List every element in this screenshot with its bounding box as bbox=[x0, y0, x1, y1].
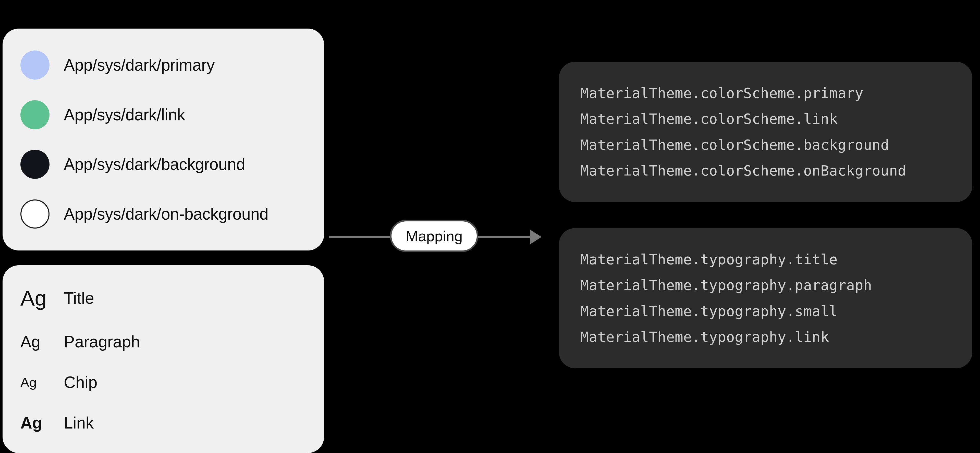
code-card-typography: MaterialTheme.typography.title MaterialT… bbox=[559, 228, 972, 368]
typo-label: Link bbox=[64, 413, 94, 432]
type-sample-title: Ag bbox=[21, 286, 49, 311]
color-token-row-primary: App/sys/dark/primary bbox=[21, 51, 306, 79]
code-line: MaterialTheme.typography.link bbox=[580, 329, 951, 345]
code-line: MaterialTheme.colorScheme.background bbox=[580, 137, 951, 153]
color-token-row-on-background: App/sys/dark/on-background bbox=[21, 199, 306, 229]
typo-row-title: Ag Title bbox=[21, 286, 306, 311]
mapping-arrow: Mapping bbox=[329, 214, 546, 257]
color-token-label: App/sys/dark/on-background bbox=[64, 205, 269, 223]
color-token-label: App/sys/dark/primary bbox=[64, 56, 215, 75]
mapping-label: Mapping bbox=[406, 227, 463, 245]
typo-label: Chip bbox=[64, 373, 97, 392]
code-line: MaterialTheme.typography.paragraph bbox=[580, 277, 951, 293]
color-token-label: App/sys/dark/link bbox=[64, 105, 185, 124]
arrow-shaft-left bbox=[329, 236, 390, 238]
color-tokens-card: App/sys/dark/primary App/sys/dark/link A… bbox=[3, 29, 324, 251]
arrow-head-icon bbox=[530, 230, 542, 244]
typography-tokens-card: Ag Title Ag Paragraph Ag Chip Ag Link bbox=[3, 265, 324, 453]
code-line: MaterialTheme.typography.title bbox=[580, 251, 951, 267]
code-line: MaterialTheme.colorScheme.onBackground bbox=[580, 162, 951, 179]
typo-row-link: Ag Link bbox=[21, 413, 306, 432]
swatch-background bbox=[21, 150, 49, 179]
typo-label: Paragraph bbox=[64, 332, 140, 351]
typo-label: Title bbox=[64, 289, 94, 308]
code-line: MaterialTheme.typography.small bbox=[580, 303, 951, 319]
color-token-row-link: App/sys/dark/link bbox=[21, 100, 306, 129]
color-token-label: App/sys/dark/background bbox=[64, 155, 245, 174]
arrow-shaft-right bbox=[478, 236, 532, 238]
code-card-color-scheme: MaterialTheme.colorScheme.primary Materi… bbox=[559, 62, 972, 202]
swatch-link bbox=[21, 100, 49, 129]
type-sample-chip: Ag bbox=[21, 375, 49, 390]
code-line: MaterialTheme.colorScheme.link bbox=[580, 111, 951, 127]
swatch-primary bbox=[21, 51, 49, 79]
diagram-canvas: App/sys/dark/primary App/sys/dark/link A… bbox=[0, 0, 980, 453]
swatch-on-background bbox=[21, 199, 49, 229]
type-sample-paragraph: Ag bbox=[21, 332, 49, 351]
typo-row-chip: Ag Chip bbox=[21, 373, 306, 392]
color-token-row-background: App/sys/dark/background bbox=[21, 150, 306, 179]
typo-row-paragraph: Ag Paragraph bbox=[21, 332, 306, 351]
type-sample-link: Ag bbox=[21, 413, 49, 432]
mapping-pill: Mapping bbox=[390, 220, 478, 252]
code-line: MaterialTheme.colorScheme.primary bbox=[580, 85, 951, 101]
